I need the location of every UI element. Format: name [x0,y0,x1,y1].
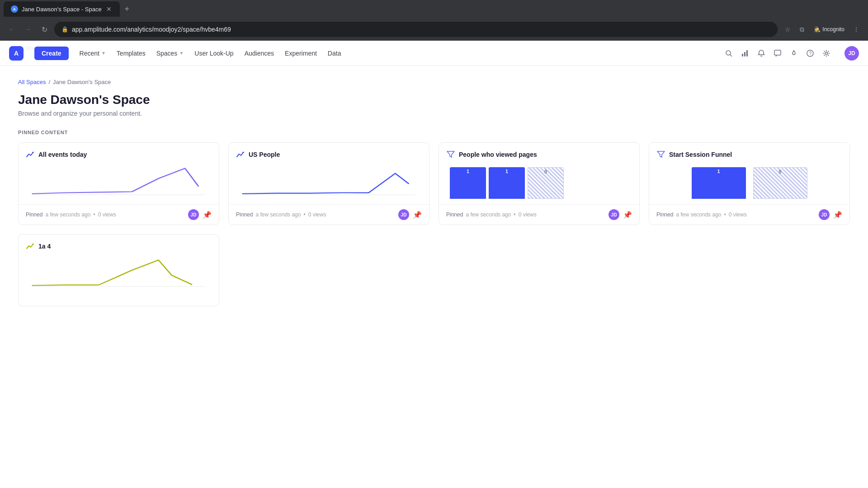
cards-grid: All events today Pinned a few seconds ag… [18,142,850,225]
card-chart-bar-2: 1 0 [649,159,849,204]
page-subtitle: Browse and organize your personal conten… [18,110,850,117]
browser-tab[interactable]: A Jane Dawson's Space - Space ✕ [4,1,120,17]
bar-s2: 0 [753,167,807,199]
time-label-2: a few seconds ago [255,211,301,218]
pin-icon-2[interactable]: 📌 [413,211,422,219]
forward-button[interactable]: → [22,23,34,36]
card-footer-4: Pinned a few seconds ago • 0 views JD 📌 [649,204,849,225]
breadcrumb-current: Jane Dawson's Space [53,79,111,85]
card-footer-2: Pinned a few seconds ago • 0 views JD 📌 [229,204,429,225]
card-chart-line-5 [19,251,219,296]
dot-sep-2: • [303,211,305,218]
views-label-2: 0 views [308,211,326,218]
views-label-3: 0 views [519,211,537,218]
card-title-5: 1a 4 [38,243,51,250]
time-label: a few seconds ago [45,211,90,218]
back-button[interactable]: ← [5,23,18,36]
settings-icon[interactable] [819,46,834,61]
url-bar[interactable]: 🔒 app.amplitude.com/analytics/moodjoy2/s… [54,22,778,37]
page-title: Jane Dawson's Space [18,93,850,107]
nav-item-data[interactable]: Data [328,48,341,59]
card-start-session-funnel[interactable]: Start Session Funnel 1 0 Pinned a few se… [649,142,850,225]
main-content: All Spaces / Jane Dawson's Space Jane Da… [0,66,868,319]
nav-item-recent[interactable]: Recent ▼ [80,48,106,59]
bell-icon[interactable] [754,46,769,61]
logo[interactable]: A [9,46,24,61]
time-label-4: a few seconds ago [676,211,721,218]
card-meta: Pinned a few seconds ago • 0 views [26,211,116,218]
url-text: app.amplitude.com/analytics/moodjoy2/spa… [72,26,231,33]
nav-item-user-lookup[interactable]: User Look-Up [194,48,233,59]
svg-rect-3 [744,52,745,56]
breadcrumb: All Spaces / Jane Dawson's Space [18,79,850,85]
chevron-down-icon-spaces: ▼ [179,51,184,56]
card-us-people[interactable]: US People Pinned a few seconds ago • 0 v… [228,142,429,225]
dot-sep: • [93,211,95,218]
pinned-label-4: Pinned [656,211,673,218]
new-tab-button[interactable]: + [122,4,132,14]
comment-icon[interactable] [770,46,785,61]
split-screen-icon[interactable]: ⧉ [796,23,808,36]
card-actions-3: JD 📌 [609,209,632,220]
fire-icon[interactable] [787,46,801,61]
search-icon[interactable] [722,46,736,61]
chart-icon[interactable] [738,46,752,61]
card-header-5: 1a 4 [19,235,219,251]
chevron-down-icon: ▼ [101,51,106,56]
card-avatar-3: JD [609,209,619,220]
trend-icon-5 [26,242,35,251]
card-header-3: People who viewed pages [439,143,639,159]
tab-close-button[interactable]: ✕ [105,5,113,13]
bar-1: 1 [450,167,486,199]
time-label-3: a few seconds ago [466,211,511,218]
card-title-2: US People [249,151,280,158]
nav-item-experiment[interactable]: Experiment [285,48,317,59]
card-title: All events today [38,151,87,158]
card-actions-2: JD 📌 [398,209,422,220]
card-title-4: Start Session Funnel [669,151,732,158]
breadcrumb-all-spaces[interactable]: All Spaces [18,79,46,85]
dot-sep-3: • [514,211,515,218]
incognito-label: Incognito [822,26,844,33]
nav-item-audiences[interactable]: Audiences [245,48,274,59]
svg-point-8 [826,52,828,54]
pinned-label: Pinned [26,211,42,218]
more-options-icon[interactable]: ⋮ [850,23,863,36]
help-icon[interactable]: ? [803,46,817,61]
card-meta-4: Pinned a few seconds ago • 0 views [656,211,747,218]
cards-grid-bottom: 1a 4 [18,234,850,306]
card-1a4[interactable]: 1a 4 [18,234,219,306]
svg-rect-2 [742,54,743,56]
pinned-label-3: Pinned [446,211,463,218]
card-avatar: JD [188,209,199,220]
nav-item-templates[interactable]: Templates [117,48,146,59]
svg-line-1 [730,55,732,56]
card-actions: JD 📌 [188,209,212,220]
bookmark-star-icon[interactable]: ☆ [781,23,794,36]
card-header: US People [229,143,429,159]
svg-rect-4 [746,50,748,56]
card-meta-2: Pinned a few seconds ago • 0 views [236,211,326,218]
dot-sep-4: • [724,211,726,218]
card-all-events-today[interactable]: All events today Pinned a few seconds ag… [18,142,219,225]
pinned-label-2: Pinned [236,211,253,218]
create-button[interactable]: Create [34,47,69,60]
pin-icon-3[interactable]: 📌 [623,211,632,219]
pin-icon-4[interactable]: 📌 [833,211,842,219]
card-actions-4: JD 📌 [819,209,842,220]
card-meta-3: Pinned a few seconds ago • 0 views [446,211,537,218]
section-label-pinned: PINNED CONTENT [18,130,850,135]
card-title-3: People who viewed pages [459,151,537,158]
funnel-icon-2 [656,150,665,159]
tab-title: Jane Dawson's Space - Space [22,6,102,13]
card-header: All events today [19,143,219,159]
bar-3: 0 [528,167,564,199]
card-chart-line-2 [229,159,429,204]
pin-icon[interactable]: 📌 [203,211,212,219]
card-chart-line [19,159,219,204]
refresh-button[interactable]: ↻ [38,23,51,36]
views-label: 0 views [98,211,116,218]
nav-item-spaces[interactable]: Spaces ▼ [156,48,184,59]
user-avatar[interactable]: JD [844,46,859,61]
card-people-viewed-pages[interactable]: People who viewed pages 1 1 0 Pinned a f… [439,142,640,225]
